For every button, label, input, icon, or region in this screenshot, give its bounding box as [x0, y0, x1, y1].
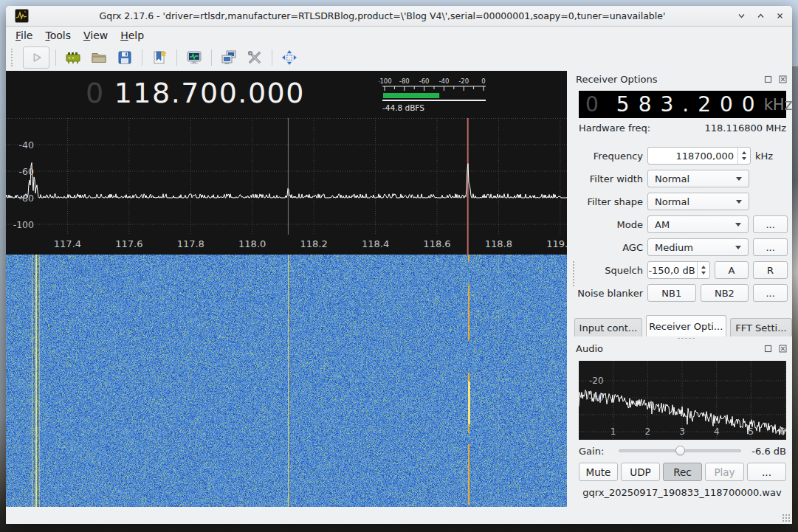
frequency-display-panel[interactable]: 0 118.700.000 -100-80-60-40-200-44.8 dBF… — [6, 71, 567, 118]
save-button[interactable] — [114, 46, 136, 69]
audio-options-button[interactable]: ... — [747, 463, 786, 481]
meter-scale-label: -60 — [419, 77, 430, 85]
meter-scale-label: 0 — [481, 77, 485, 85]
rec-button[interactable]: Rec — [663, 463, 702, 481]
gqrx-window: Gqrx 2.17.6 - 'driver=rtlsdr,manufacture… — [6, 6, 792, 524]
frequency-value[interactable]: 118700,000 — [648, 151, 737, 162]
agc-options-button[interactable]: ... — [753, 238, 788, 256]
start-dsp-button[interactable] — [23, 46, 49, 69]
toolbar-separator — [176, 49, 177, 66]
menu-file[interactable]: File — [16, 30, 32, 41]
fullscreen-button[interactable] — [278, 46, 300, 69]
spectrum-x-tick: 117.8 — [177, 238, 204, 249]
filter-width-value: Normal — [655, 173, 689, 184]
toolbar-separator — [55, 49, 56, 66]
app-icon — [15, 9, 29, 23]
lcd-frequency-display[interactable]: 0 583.200 kHz — [579, 91, 786, 118]
tab-receiver-options[interactable]: Receiver Opti... — [646, 315, 726, 336]
lcd-unit: kHz — [764, 96, 793, 114]
float-panel-icon[interactable] — [764, 345, 772, 353]
tab-fft-settings[interactable]: FFT Setti... — [730, 318, 792, 336]
tuned-frequency-display[interactable]: 0 118.700.000 — [86, 76, 305, 110]
hardware-freq-label: Hardware freq: — [579, 122, 650, 134]
udp-button[interactable]: UDP — [621, 463, 660, 481]
nb2-button[interactable]: NB2 — [701, 284, 749, 302]
filter-shape-select[interactable]: Normal — [647, 193, 749, 210]
mode-value: AM — [655, 219, 670, 230]
mode-options-button[interactable]: ... — [753, 215, 788, 233]
squelch-auto-button[interactable]: A — [715, 261, 749, 279]
close-panel-icon[interactable] — [779, 345, 787, 353]
close-panel-icon[interactable] — [779, 75, 787, 83]
settings-button[interactable] — [244, 46, 266, 69]
squelch-value[interactable]: -150,0 dB — [648, 265, 697, 276]
close-icon[interactable] — [774, 11, 785, 21]
frequency-digits[interactable]: 118.700.000 — [114, 76, 305, 110]
frequency-spinbox[interactable]: 118700,000 — [647, 147, 751, 165]
menu-tools[interactable]: Tools — [45, 30, 71, 41]
mode-select[interactable]: AM — [647, 215, 749, 233]
lcd-digits[interactable]: 583.200 — [616, 92, 764, 117]
spectrum-x-tick: 118.4 — [362, 238, 389, 249]
filter-shape-row: Filter shape Normal — [575, 193, 788, 210]
agc-row: AGC Medium ... — [575, 238, 788, 256]
gain-slider[interactable] — [619, 444, 741, 457]
waterfall-display[interactable] — [6, 255, 567, 507]
open-button[interactable] — [88, 46, 110, 69]
chevron-down-icon — [735, 223, 741, 227]
toolbar-separator — [211, 49, 212, 66]
audio-panel-title: Audio — [576, 343, 603, 354]
minimize-icon[interactable] — [736, 11, 746, 21]
maximize-icon[interactable] — [755, 11, 766, 21]
filter-width-select[interactable]: Normal — [647, 170, 749, 187]
mute-button[interactable]: Mute — [579, 463, 618, 481]
play-button[interactable]: Play — [705, 463, 744, 481]
float-panel-icon[interactable] — [764, 75, 772, 83]
computers-icon — [220, 49, 238, 66]
noise-blanker-options-button[interactable]: ... — [753, 284, 788, 302]
desktop-background: Gqrx 2.17.6 - 'driver=rtlsdr,manufacture… — [0, 0, 798, 532]
desktop-wallpaper-edge — [791, 66, 798, 525]
toolbar-drag-handle[interactable] — [11, 49, 17, 66]
meter-scale-label: -100 — [379, 77, 392, 85]
remote-control-button[interactable] — [218, 46, 240, 69]
frequency-leading-digit: 0 — [86, 76, 105, 110]
spectrum-plot[interactable]: -40-60-80-100117.4117.6117.8118.0118.211… — [6, 118, 567, 255]
audio-panel-header[interactable]: Audio — [576, 342, 787, 355]
recording-filename: gqrx_20250917_190833_118700000.wav — [572, 487, 792, 498]
meter-value-label: -44.8 dBFS — [382, 103, 424, 112]
agc-select[interactable]: Medium — [647, 238, 749, 256]
gain-label: Gain: — [579, 446, 604, 457]
bookmarks-button[interactable] — [148, 46, 171, 69]
squelch-reset-button[interactable]: R — [753, 261, 788, 279]
tab-input-controls[interactable]: Input cont... — [574, 318, 642, 336]
slider-handle[interactable] — [675, 446, 685, 455]
titlebar[interactable]: Gqrx 2.17.6 - 'driver=rtlsdr,manufacture… — [6, 6, 792, 27]
audio-y-tick: -40 — [589, 393, 604, 403]
hardware-freq-row: Hardware freq: 118.116800 MHz — [579, 122, 786, 134]
filter-width-label: Filter width — [575, 173, 643, 184]
chevron-down-icon — [736, 177, 742, 181]
spinbox-arrows[interactable] — [697, 262, 709, 278]
resize-grip[interactable] — [782, 514, 790, 522]
menu-help[interactable]: Help — [120, 30, 144, 41]
spinbox-arrows[interactable] — [737, 148, 750, 164]
nb1-button[interactable]: NB1 — [647, 284, 696, 302]
audio-spectrum-plot[interactable]: -20-40123456 — [579, 361, 786, 440]
spectrum-x-tick: 117.6 — [115, 238, 142, 249]
signal-strength-meter: -100-80-60-40-200-44.8 dBFS — [379, 71, 491, 115]
toolbar-separator — [272, 49, 272, 66]
bookmark-icon — [151, 49, 168, 66]
lcd-leading-digit: 0 — [585, 92, 599, 117]
panel-splitter-handle[interactable] — [677, 337, 696, 339]
noise-blanker-row: Noise blanker NB1 NB2 ... — [575, 284, 788, 302]
squelch-row: Squelch -150,0 dB A R — [575, 261, 788, 279]
menu-view[interactable]: View — [83, 30, 108, 41]
receiver-options-header[interactable]: Receiver Options — [576, 73, 787, 86]
configure-io-button[interactable] — [62, 46, 84, 69]
meter-scale-label: -40 — [438, 77, 449, 85]
squelch-spinbox[interactable]: -150,0 dB — [647, 261, 710, 279]
spectrum-x-tick: 118.2 — [300, 238, 328, 249]
window-controls — [736, 11, 785, 21]
dsp-window-button[interactable] — [183, 46, 205, 69]
